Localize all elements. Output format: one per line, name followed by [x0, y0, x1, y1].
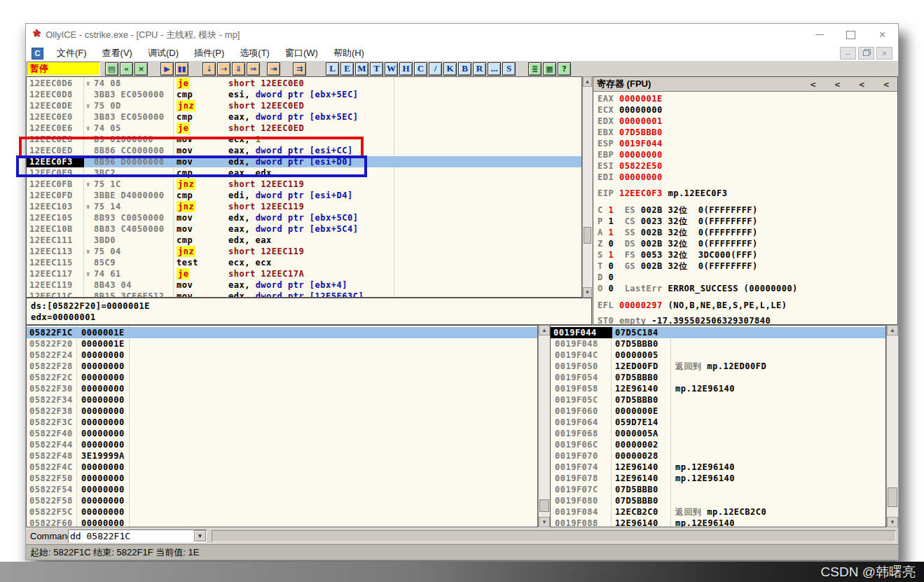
disasm-row[interactable]: 12EEC0E6∨74 05jeshort 12EEC0ED: [27, 123, 581, 134]
dump-row[interactable]: 05822F3C00000000: [27, 417, 537, 428]
open-button[interactable]: ▤: [105, 62, 118, 76]
breakpoints-button[interactable]: B: [458, 62, 471, 76]
executable-modules-button[interactable]: E: [340, 62, 354, 76]
dump-row[interactable]: 05822F2400000000: [27, 349, 537, 361]
disasm-row[interactable]: 12EEC0DE∨75 0Djnzshort 12EEC0ED: [27, 100, 581, 111]
scrollbar-thumb[interactable]: [584, 227, 591, 244]
animate-over-button[interactable]: ⇒: [247, 62, 260, 76]
scrollbar-thumb[interactable]: [888, 487, 897, 507]
register-efl[interactable]: EFL 00000297 (NO,B,NE,BE,S,PE,L,LE): [598, 300, 787, 311]
menu-item-6[interactable]: 帮助(H): [326, 46, 372, 61]
register-st0[interactable]: ST0 empty -17.395502506329307840: [598, 315, 771, 325]
dump-row[interactable]: 05822F5C00000000: [27, 506, 537, 518]
register-esi[interactable]: ESI 05822E50: [598, 160, 663, 172]
register-ebp[interactable]: EBP 00000000: [598, 149, 663, 160]
stack-row[interactable]: 0019F0600000000E: [551, 406, 885, 417]
patches-button[interactable]: /: [429, 62, 442, 76]
disasm-row[interactable]: 12EEC117∨74 61jeshort 12EEC17A: [27, 268, 581, 279]
dump-row[interactable]: 05822F6000000000: [27, 518, 537, 527]
disasm-row[interactable]: 12EEC0D83BB3 EC050000cmpesi, dword ptr […: [27, 89, 581, 100]
stack-row[interactable]: 0019F05C07D5BBB0: [551, 394, 885, 406]
scroll-down-icon[interactable]: ▼: [539, 517, 550, 527]
step-into-button[interactable]: ⇣: [202, 62, 216, 76]
register-ecx[interactable]: ECX 00000000: [598, 104, 663, 116]
command-input[interactable]: [70, 530, 189, 541]
menu-item-3[interactable]: 插件(P): [186, 46, 232, 61]
help-button[interactable]: ?: [558, 62, 571, 76]
disasm-row[interactable]: 12EEC113∨75 04jnzshort 12EEC119: [27, 246, 581, 257]
dump-row[interactable]: 05822F1C0000001E: [27, 327, 537, 338]
dump-scrollbar[interactable]: ▲ ▼: [538, 325, 550, 527]
dump-row[interactable]: 05822F4400000000: [27, 439, 537, 450]
threads-button[interactable]: T: [370, 62, 383, 76]
dump-row[interactable]: 05822F483E19999A: [27, 450, 537, 462]
cpu-window-button[interactable]: C: [414, 62, 427, 76]
close-button[interactable]: ×: [135, 62, 148, 76]
dump-row[interactable]: 05822F3800000000: [27, 406, 537, 417]
disasm-row[interactable]: 12EEC0FB∨75 1Cjnzshort 12EEC119: [27, 179, 581, 190]
register-edi[interactable]: EDI 00000000: [598, 172, 663, 183]
run-button[interactable]: ▶: [160, 62, 174, 76]
disasm-row[interactable]: 12EEC11585C9testecx, ecx: [27, 257, 581, 268]
flag-p[interactable]: P 1 CS 0023 32位 0(FFFFFFFF): [598, 216, 758, 227]
logging-options-button[interactable]: ≣: [528, 62, 542, 76]
mdi-restore-button[interactable]: [858, 47, 874, 60]
stack-row[interactable]: 0019F04C00000005: [551, 349, 885, 361]
disasm-row[interactable]: 12EEC0FD3BBE D4000000cmpedi, dword ptr […: [27, 190, 581, 201]
menu-item-1[interactable]: 查看(V): [95, 46, 140, 61]
scrollbar-thumb[interactable]: [539, 499, 549, 512]
disassembly-scrollbar[interactable]: ▲ ▼: [582, 76, 592, 298]
stack-row[interactable]: 0019F07000000028: [551, 450, 885, 462]
dump-row[interactable]: 05822F3000000000: [27, 383, 537, 394]
disasm-row[interactable]: 12EEC0E03B83 EC050000cmpeax, dword ptr […: [27, 111, 581, 123]
stack-row[interactable]: 0019F08412ECB2C0返回到 mp.12ECB2C0: [551, 506, 885, 518]
menu-item-4[interactable]: 选项(T): [232, 46, 277, 61]
disasm-row[interactable]: 12EEC11C8B15 3CE6E512movedx, dword ptr […: [27, 291, 581, 298]
stack-row[interactable]: 0019F05407D5BBB0: [551, 372, 885, 383]
flag-a[interactable]: A 1 SS 002B 32位 0(FFFFFFFF): [598, 227, 758, 238]
reg-pane-collapse-button-1[interactable]: <: [835, 79, 841, 90]
stack-row[interactable]: 0019F07412E96140mp.12E96140: [551, 462, 885, 473]
scroll-up-icon[interactable]: ▲: [583, 76, 592, 87]
dump-row[interactable]: 05822F3400000000: [27, 394, 537, 406]
scroll-down-icon[interactable]: ▼: [583, 287, 592, 298]
appearance-button[interactable]: ▦: [543, 62, 556, 76]
dump-row[interactable]: 05822F5400000000: [27, 484, 537, 495]
dump-row[interactable]: 05822F5000000000: [27, 473, 537, 484]
register-esp[interactable]: ESP 0019F044: [598, 138, 663, 149]
flag-d[interactable]: D 0: [598, 272, 614, 283]
register-eax[interactable]: EAX 0000001E: [598, 93, 663, 104]
windows-button[interactable]: W: [385, 62, 398, 76]
stack-row[interactable]: 0019F06C00000002: [551, 439, 885, 450]
stack-row[interactable]: 0019F07C07D5BBB0: [551, 484, 885, 495]
dump-row[interactable]: 05822F4000000000: [27, 428, 537, 439]
minimize-button[interactable]: [804, 24, 835, 46]
reg-pane-collapse-button-2[interactable]: <: [859, 79, 864, 90]
menu-item-2[interactable]: 调试(D): [140, 46, 186, 61]
stack-scrollbar[interactable]: ▲ ▼: [886, 325, 898, 527]
restart-button[interactable]: «: [120, 62, 133, 76]
flag-c[interactable]: C 1 ES 002B 32位 0(FFFFFFFF): [598, 205, 758, 216]
memory-map-button[interactable]: M: [355, 62, 368, 76]
flag-z[interactable]: Z 0 DS 002B 32位 0(FFFFFFFF): [598, 238, 758, 249]
maximize-button[interactable]: [835, 24, 867, 46]
disasm-row[interactable]: 12EEC10B8B83 C4050000moveax, dword ptr […: [27, 223, 581, 235]
stack-row[interactable]: 0019F07812E96140mp.12E96140: [551, 473, 885, 484]
references-button[interactable]: R: [473, 62, 486, 76]
register-edx[interactable]: EDX 00000001: [598, 116, 663, 127]
disasm-row[interactable]: 12EEC0D6∨74 08jeshort 12EEC0E0: [27, 78, 581, 89]
mdi-minimize-button[interactable]: –: [840, 47, 856, 60]
dump-row[interactable]: 05822F200000001E: [27, 338, 537, 349]
register-eip[interactable]: EIP 12EEC0F3 mp.12EEC0F3: [598, 188, 727, 199]
pause-button[interactable]: ▮▮: [175, 62, 188, 76]
flag-s[interactable]: S 1 FS 0053 32位 3DC000(FFF): [598, 249, 758, 261]
flag-t[interactable]: T 0 GS 002B 32位 0(FFFFFFFF): [598, 261, 758, 272]
stack-row[interactable]: 0019F0680000005A: [551, 428, 885, 439]
run-trace-button[interactable]: ...: [488, 62, 501, 76]
command-combobox[interactable]: ▼: [68, 529, 207, 543]
step-over-button[interactable]: ⇢: [217, 62, 230, 76]
reg-pane-collapse-button-3[interactable]: <: [883, 79, 889, 90]
source-button[interactable]: S: [502, 62, 516, 76]
dump-row[interactable]: 05822F2C00000000: [27, 372, 537, 383]
mdi-close-button[interactable]: ×: [876, 47, 892, 60]
